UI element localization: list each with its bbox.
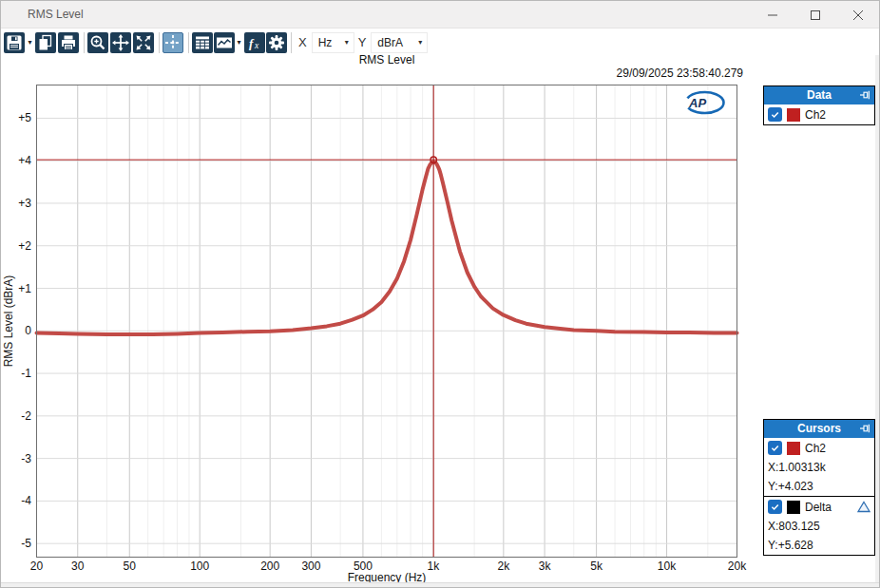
x-tick-label: 2k (497, 560, 510, 573)
ap-logo: AP (679, 88, 727, 117)
cursors-panel-header[interactable]: Cursors (764, 420, 874, 438)
cursor-delta-swatch (787, 501, 800, 514)
titlebar[interactable]: RMS Level (1, 1, 879, 28)
data-panel-header[interactable]: Data (764, 86, 874, 104)
y-axis-unit-label: Y (358, 35, 367, 49)
zoom-button[interactable] (87, 32, 108, 53)
toolbar-separator (188, 32, 189, 53)
data-panel: Data Ch2 (763, 85, 875, 125)
trace-Ch2 (37, 162, 737, 334)
ch2-color-swatch (787, 108, 800, 122)
cursor-ch2-row: Ch2 (764, 438, 874, 458)
minimize-icon (767, 9, 778, 21)
cursor-delta-label: Delta (805, 501, 832, 514)
pin-icon[interactable] (859, 89, 870, 101)
cursor-ch2-checkbox[interactable] (768, 441, 782, 455)
print-button[interactable] (58, 32, 79, 53)
y-axis-title: RMS Level (dBrA) (2, 275, 15, 368)
maximize-button[interactable] (794, 1, 836, 28)
svg-text:AP: AP (688, 96, 706, 110)
x-tick-label: 3k (539, 560, 552, 573)
maximize-icon (810, 9, 821, 21)
y-tick-label: -3 (21, 452, 31, 465)
y-tick-label: +5 (18, 111, 31, 124)
fit-button[interactable] (133, 32, 154, 53)
cursor-delta-y-readout: Y:+5.628 (764, 536, 874, 555)
cursor-ch2-swatch (787, 442, 800, 455)
x-tick-label: 10k (658, 560, 677, 573)
toolbar: ▾ (1, 29, 879, 55)
fx-button[interactable]: f x (244, 32, 265, 53)
save-icon (4, 32, 25, 53)
x-tick-label: 1k (428, 560, 441, 573)
svg-text:x: x (254, 41, 259, 50)
y-tick-label: -5 (21, 537, 31, 550)
y-tick-label: +3 (18, 197, 31, 210)
toolbar-separator (159, 32, 160, 53)
ch2-checkbox[interactable] (768, 107, 782, 122)
copy-icon (35, 32, 56, 53)
y-tick-label: +4 (18, 154, 31, 167)
window-bottom-edge (1, 582, 879, 587)
cursor-ch2-label: Ch2 (805, 442, 826, 455)
fit-icon (133, 32, 154, 53)
save-dropdown-caret[interactable]: ▾ (27, 38, 33, 47)
pan-button[interactable] (110, 32, 131, 53)
y-tick-label: -1 (21, 367, 31, 380)
settings-button[interactable] (266, 32, 287, 53)
window-title: RMS Level (28, 8, 84, 21)
chart-area: RMS Level 29/09/2025 23:58:40.279 203050… (1, 55, 880, 588)
graph-type-button[interactable] (214, 32, 235, 53)
print-icon (58, 32, 79, 53)
graph-type-dropdown-caret[interactable]: ▾ (236, 38, 242, 47)
x-tick-label: 300 (301, 560, 320, 573)
cursor-ch2-x-readout: X:1.00313k (764, 458, 874, 477)
app-window: RMS Level ▾ (0, 0, 880, 588)
x-axis-unit-label: X (298, 35, 307, 49)
combo-caret-icon: ▾ (413, 38, 427, 47)
minimize-button[interactable] (751, 1, 794, 28)
grid-button[interactable] (192, 32, 213, 53)
y-unit-combobox[interactable]: dBrA ▾ (371, 32, 428, 53)
settings-gear-icon (266, 32, 287, 53)
y-tick-label: +2 (18, 239, 31, 253)
crosshair-icon (163, 33, 182, 52)
x-tick-label: 20 (30, 560, 44, 573)
combo-caret-icon: ▾ (340, 38, 354, 47)
save-button[interactable] (4, 32, 25, 53)
y-tick-label: -2 (21, 409, 31, 423)
x-tick-label: 20k (728, 560, 747, 573)
x-tick-label: 100 (190, 560, 209, 573)
toolbar-separator (84, 32, 85, 53)
x-tick-label: 30 (71, 560, 85, 573)
window-right-edge (875, 55, 879, 588)
grid-icon (192, 32, 213, 53)
pan-icon (110, 32, 131, 53)
graph-type-icon (214, 32, 235, 53)
zoom-icon (87, 32, 108, 53)
delta-icon (857, 501, 870, 513)
fx-icon: f x (244, 32, 265, 53)
ch2-label: Ch2 (805, 108, 826, 122)
cursor-ch2-y-readout: Y:+4.023 (764, 477, 874, 496)
plot-border (37, 85, 737, 558)
close-icon (852, 9, 864, 21)
y-tick-label: -4 (21, 494, 31, 507)
x-tick-label: 200 (260, 560, 279, 573)
x-tick-label: 50 (124, 560, 137, 573)
check-icon (770, 109, 780, 120)
pin-icon[interactable] (859, 423, 870, 434)
plot-canvas[interactable]: 2030501002003005001k2k3k5k10k20k+5+4+3+2… (1, 55, 752, 588)
copy-button[interactable] (35, 32, 56, 53)
crosshair-cursor-button[interactable] (163, 32, 183, 53)
check-icon (770, 502, 780, 512)
cursor-delta-row: Delta (764, 497, 874, 517)
cursor-delta-checkbox[interactable] (768, 500, 782, 514)
cursor-delta-x-readout: X:803.125 (764, 517, 874, 536)
y-tick-label: +1 (18, 282, 31, 295)
x-tick-label: 5k (590, 560, 603, 573)
close-button[interactable] (836, 1, 879, 28)
cursors-panel: Cursors Ch2 X:1.00313k Y:+4.023 (763, 419, 875, 556)
data-item-ch2: Ch2 (764, 104, 874, 124)
x-unit-combobox[interactable]: Hz ▾ (312, 32, 354, 53)
